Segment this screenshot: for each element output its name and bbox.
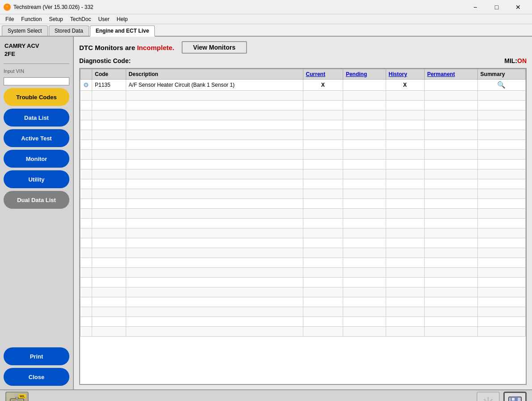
table-row [81, 169, 526, 179]
table-row [81, 101, 526, 110]
bottom-right [477, 392, 527, 401]
active-test-button[interactable]: Active Test [4, 129, 69, 147]
title-bar-left: T Techstream (Ver 15.30.026) - 332 [4, 4, 94, 11]
table-row [81, 209, 526, 219]
tab-stored-data[interactable]: Stored Data [49, 25, 89, 36]
title-bar: T Techstream (Ver 15.30.026) - 332 − □ ✕ [0, 0, 532, 14]
data-list-button[interactable]: Data List [4, 109, 69, 127]
utility-button[interactable]: Utility [4, 170, 69, 188]
app-icon: T [4, 4, 11, 11]
row-pending [343, 80, 386, 91]
col-pending[interactable]: Pending [343, 69, 386, 80]
menu-help[interactable]: Help [113, 15, 132, 23]
dtc-table: Code Description Current Pending History… [80, 69, 526, 337]
app-title: Techstream (Ver 15.30.026) - 332 [13, 4, 94, 10]
col-history[interactable]: History [386, 69, 424, 80]
save-button[interactable] [503, 392, 527, 401]
table-row [81, 307, 526, 317]
col-icon [81, 69, 92, 80]
svg-rect-4 [16, 397, 18, 399]
bottom-bar: MIL [0, 389, 532, 401]
table-row [81, 238, 526, 248]
col-summary: Summary [477, 69, 525, 80]
close-button[interactable]: Close [4, 368, 69, 386]
table-row [81, 268, 526, 278]
table-row [81, 297, 526, 307]
table-row [81, 140, 526, 150]
svg-rect-23 [512, 398, 515, 401]
table-row [81, 199, 526, 209]
monitor-button[interactable]: Monitor [4, 150, 69, 168]
table-row [81, 287, 526, 297]
col-description: Description [126, 69, 303, 80]
diagnostic-label: Diagnostic Code: [79, 57, 131, 64]
dual-data-list-button[interactable]: Dual Data List [4, 191, 69, 209]
ecm-icon: MIL [5, 392, 29, 401]
mil-indicator: MIL:ON [504, 57, 527, 64]
menu-setup[interactable]: Setup [45, 15, 66, 23]
table-row [81, 258, 526, 268]
close-button[interactable]: ✕ [508, 0, 528, 14]
menu-user[interactable]: User [94, 15, 113, 23]
table-row [81, 228, 526, 238]
dtc-incomplete-label: Incomplete. [137, 44, 174, 51]
col-current[interactable]: Current [303, 69, 343, 80]
table-row [81, 219, 526, 228]
svg-point-12 [487, 397, 489, 399]
freeze-button [477, 392, 500, 401]
tab-engine-ect-live[interactable]: Engine and ECT Live [90, 25, 155, 37]
content-area: DTC Monitors are Incomplete. View Monito… [74, 37, 532, 389]
diagnostic-row: Diagnostic Code: MIL:ON [79, 57, 527, 64]
menu-function[interactable]: Function [17, 15, 45, 23]
row-current: X [303, 80, 343, 91]
row-permanent [424, 80, 477, 91]
svg-point-16 [484, 399, 485, 401]
mil-value: ON [517, 57, 527, 64]
table-row: ⚙ P1135 A/F Sensor Heater Circuit (Bank … [81, 80, 526, 91]
dtc-header: DTC Monitors are Incomplete. View Monito… [79, 41, 527, 54]
table-row [81, 317, 526, 327]
table-row [81, 150, 526, 160]
trouble-codes-button[interactable]: Trouble Codes [4, 88, 69, 106]
table-row [81, 248, 526, 258]
table-row [81, 160, 526, 169]
col-code: Code [92, 69, 126, 80]
dtc-status-text: DTC Monitors are Incomplete. [79, 44, 174, 51]
table-row [81, 120, 526, 130]
svg-point-18 [491, 399, 493, 401]
table-row [81, 179, 526, 189]
maximize-button[interactable]: □ [486, 0, 507, 14]
print-button[interactable]: Print [4, 347, 69, 365]
row-summary[interactable]: 🔍 [477, 80, 525, 91]
menu-bar: File Function Setup TechDoc User Help [0, 14, 532, 24]
table-row [81, 130, 526, 140]
view-monitors-button[interactable]: View Monitors [182, 41, 247, 54]
row-gear-icon: ⚙ [81, 80, 92, 91]
sidebar: CAMRY ACV 2FE Input VIN Trouble Codes Da… [0, 37, 74, 389]
main-layout: CAMRY ACV 2FE Input VIN Trouble Codes Da… [0, 37, 532, 389]
col-permanent[interactable]: Permanent [424, 69, 477, 80]
menu-techdoc[interactable]: TechDoc [67, 15, 95, 23]
sidebar-divider-top [4, 63, 69, 64]
table-row [81, 110, 526, 120]
table-row [81, 327, 526, 337]
window-controls: − □ ✕ [465, 0, 528, 14]
tab-bar: System Select Stored Data Engine and ECT… [0, 24, 532, 37]
table-row [81, 278, 526, 287]
table-row [81, 91, 526, 101]
bottom-left: MIL [5, 392, 29, 401]
row-description: A/F Sensor Heater Circuit (Bank 1 Sensor… [126, 80, 303, 91]
input-vin-label: Input VIN [4, 68, 69, 75]
dtc-table-wrapper: Code Description Current Pending History… [79, 68, 527, 385]
input-vin-field[interactable] [4, 77, 69, 85]
vehicle-name: CAMRY ACV 2FE [4, 40, 69, 60]
row-code: P1135 [92, 80, 126, 91]
row-history: X [386, 80, 424, 91]
menu-file[interactable]: File [2, 15, 17, 23]
tab-system-select[interactable]: System Select [2, 25, 48, 36]
table-row [81, 189, 526, 199]
minimize-button[interactable]: − [465, 0, 485, 14]
